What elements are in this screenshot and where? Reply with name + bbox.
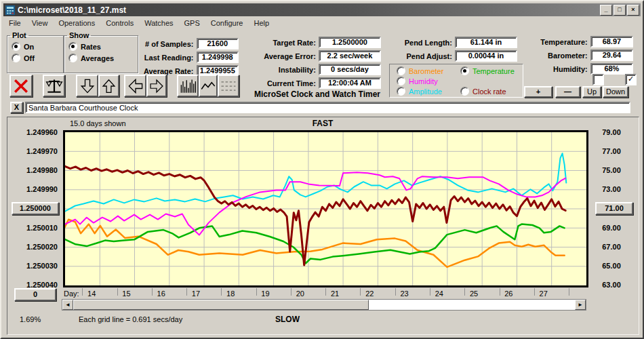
day-separator xyxy=(395,288,396,296)
sensor-radio-box: BarometerHumidityAmplitudeTemperatureClo… xyxy=(389,64,523,98)
pend-adjust--value[interactable]: 0.00044 in xyxy=(455,50,517,62)
barometer--label: Barometer: xyxy=(525,52,590,60)
instability--value[interactable]: 0 secs/day xyxy=(319,64,381,75)
barometer--value[interactable]: 29.64 xyxy=(590,49,633,61)
title-bar[interactable]: C:\microset\2018_11_27.mst _ □ × xyxy=(3,3,641,16)
day-separator xyxy=(500,288,500,296)
day-separator xyxy=(464,288,465,296)
radio-dot xyxy=(14,45,18,48)
menu-gps[interactable]: GPS xyxy=(179,18,205,28)
menu-configure[interactable]: Configure xyxy=(205,18,249,28)
shift-right-button[interactable] xyxy=(146,75,167,97)
show-group-legend: Show xyxy=(67,31,91,39)
menu-watches[interactable]: Watches xyxy=(139,18,178,28)
day-separator xyxy=(186,288,187,296)
menu-controls[interactable]: Controls xyxy=(100,18,139,28)
grid-note-label: Each grid line = 0.691 secs/day xyxy=(79,315,182,323)
temperature--value[interactable]: 68.97 xyxy=(590,36,633,47)
target-rate--value[interactable]: 1.2500000 xyxy=(319,37,381,48)
radio-label-averages: Averages xyxy=(81,54,114,62)
menu-help[interactable]: Help xyxy=(249,18,275,28)
plus-button[interactable]: + xyxy=(524,86,552,98)
menu-operations[interactable]: Operations xyxy=(53,18,100,28)
zoom-percent-label: 1.69% xyxy=(20,315,41,323)
radio-label-off: Off xyxy=(24,54,35,62)
radio-icon xyxy=(397,87,405,96)
histogram-icon xyxy=(178,77,197,96)
day-separator xyxy=(117,288,118,296)
pend-length--value[interactable]: 61.144 in xyxy=(455,37,517,48)
env-checkbox-1[interactable] xyxy=(592,74,604,85)
scrollbar-thumb[interactable] xyxy=(73,300,369,310)
temperature--label: Temperature: xyxy=(525,38,590,46)
sample-row: Last Reading:1.249998 xyxy=(130,52,239,63)
scroll-right-icon[interactable]: ► xyxy=(575,300,586,310)
histogram-button[interactable] xyxy=(177,75,199,97)
current-time--value[interactable]: 12:00:04 AM xyxy=(319,77,381,89)
time-scrollbar[interactable]: ◄ ► xyxy=(62,299,586,311)
axis-button-1-250000[interactable]: 1.250000 xyxy=(12,202,59,215)
tick-1-250010: 1.250010 xyxy=(7,224,58,232)
day-tick-25: 25 xyxy=(458,290,478,298)
clock-name-input[interactable] xyxy=(25,102,630,113)
radio-on[interactable]: On xyxy=(12,42,60,51)
plot-area[interactable] xyxy=(63,130,588,287)
day-tick-19: 19 xyxy=(249,290,270,298)
sensor-label-barometer: Barometer xyxy=(409,67,443,75)
shift-left-button[interactable] xyxy=(124,75,146,97)
axis-button-71-00[interactable]: 71.00 xyxy=(595,202,633,215)
line-plot-button[interactable] xyxy=(199,75,218,97)
tick-75-00: 75.00 xyxy=(595,166,628,174)
day-separator xyxy=(360,288,361,296)
minus-button[interactable]: — xyxy=(555,86,580,98)
sensor-radio-clock-rate[interactable]: Clock rate xyxy=(460,87,506,96)
clear-clock-name-button[interactable]: X xyxy=(10,102,23,113)
maximize-button[interactable]: □ xyxy=(613,5,626,16)
radio-dot xyxy=(71,45,75,48)
day-tick-24: 24 xyxy=(423,290,443,298)
menu-view[interactable]: View xyxy=(26,18,54,28)
average-error--label: Average Error: xyxy=(245,52,319,60)
day-tick-15: 15 xyxy=(110,290,131,298)
show-group-options: RatesAverages xyxy=(67,42,135,62)
day-separator xyxy=(152,288,153,296)
shift-down-button[interactable] xyxy=(76,75,98,97)
menu-file[interactable]: File xyxy=(3,18,26,28)
rate-fields: Target Rate:1.2500000Average Error:2.2 s… xyxy=(245,37,381,91)
-of-samples--value[interactable]: 21600 xyxy=(197,38,239,49)
day-separator xyxy=(430,288,430,296)
tick-1-249960: 1.249960 xyxy=(7,128,58,136)
sensor-radio-amplitude[interactable]: Amplitude xyxy=(397,87,442,96)
instability--label: Instability: xyxy=(245,66,319,74)
last-reading--value[interactable]: 1.249998 xyxy=(197,52,239,63)
day-tick-16: 16 xyxy=(145,290,165,298)
shift-down-icon xyxy=(78,77,97,96)
pend-row: Pend Length:61.144 in xyxy=(390,37,517,48)
env-checkbox-2[interactable]: ✓ xyxy=(625,74,637,85)
average-error--value[interactable]: 2.2 sec/week xyxy=(319,50,381,62)
up-button[interactable]: Up xyxy=(582,86,601,98)
tick-67-00: 67.00 xyxy=(595,243,628,251)
rate-row: Target Rate:1.2500000 xyxy=(245,37,381,48)
humidity--value[interactable]: 68% xyxy=(590,63,633,75)
radio-averages[interactable]: Averages xyxy=(68,54,135,62)
sensor-radio-barometer[interactable]: Barometer xyxy=(397,66,443,75)
radio-off[interactable]: Off xyxy=(12,54,60,62)
radio-icon xyxy=(68,54,77,62)
shift-up-icon xyxy=(100,77,118,96)
minimize-button[interactable]: _ xyxy=(600,5,612,16)
radio-rates[interactable]: Rates xyxy=(68,42,135,51)
scroll-left-icon[interactable]: ◄ xyxy=(62,300,73,310)
day-tick-23: 23 xyxy=(388,290,409,298)
balance-scale-button[interactable] xyxy=(43,75,65,97)
sensor-radio-temperature[interactable]: Temperature xyxy=(460,66,515,75)
control-panel: Plot OnOff Show RatesAverages # of Sampl… xyxy=(1,28,644,102)
sensor-radio-humidity[interactable]: Humidity xyxy=(397,77,438,85)
down-button[interactable]: Down xyxy=(603,86,628,98)
multi-trace-button[interactable] xyxy=(218,75,239,97)
reset-button[interactable]: 0 xyxy=(14,288,56,301)
shift-up-button[interactable] xyxy=(98,75,119,97)
close-button[interactable]: × xyxy=(627,5,639,16)
delete-button[interactable] xyxy=(9,75,33,97)
radio-icon xyxy=(397,77,405,85)
